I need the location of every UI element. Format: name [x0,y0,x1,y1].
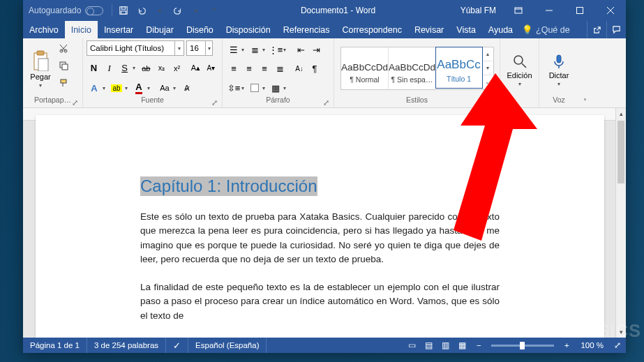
tab-dibujar[interactable]: Dibujar [140,21,180,38]
tab-insertar[interactable]: Insertar [98,21,140,38]
document-page[interactable]: Capítulo 1: Introducción Este es sólo un… [36,115,604,338]
undo-dropdown[interactable]: ▾ [151,1,168,20]
paste-button[interactable]: Pegar ▾ [27,40,54,96]
highlight-button[interactable]: ab [109,80,124,96]
chevron-down-icon[interactable]: ▾ [174,41,184,55]
copy-button[interactable] [56,58,71,73]
align-center-button[interactable]: ≡ [241,61,257,77]
show-marks-button[interactable]: ¶ [307,61,322,77]
dictate-button[interactable]: Dictar ▾ [543,40,575,96]
svg-rect-19 [557,55,561,63]
tab-archivo[interactable]: Archivo [23,21,65,38]
gallery-up-button[interactable]: ▴ [482,47,493,61]
gallery-more-button[interactable]: ⌄ [482,75,493,89]
tab-disposicion[interactable]: Disposición [220,21,277,38]
style-preview: AaBbCc [437,52,480,72]
subscript-button[interactable]: x₂ [154,61,169,76]
format-painter-button[interactable] [56,75,71,91]
line-spacing-button[interactable]: ⇳≡ [226,80,241,96]
clear-formatting-button[interactable]: A̷ [179,80,195,96]
scroll-up-button[interactable]: ▴ [616,108,626,119]
strikethrough-button[interactable]: ab [139,61,153,76]
qat-overflow[interactable]: ⁼ [206,1,223,20]
multilevel-button[interactable]: ⋮≡ [268,42,283,57]
redo-button[interactable] [170,1,186,20]
close-button[interactable] [595,0,626,21]
font-size-input[interactable] [187,41,205,55]
text-effects-button[interactable]: A [87,80,102,96]
heading-1[interactable]: Capítulo 1: Introducción [140,176,317,196]
font-color-button[interactable]: A [131,80,147,96]
grow-font-button[interactable]: A▴ [188,61,203,76]
comments-button[interactable] [606,21,626,38]
font-family-input[interactable] [87,41,174,55]
font-launcher[interactable]: ⤢ [210,98,218,107]
borders-button[interactable]: ▦ [268,80,283,96]
web-layout-button[interactable]: ▦ [454,338,470,353]
font-size-combo[interactable]: ▾ [186,40,213,56]
shading-button[interactable] [247,80,262,96]
spellcheck-button[interactable]: ✓ [166,338,188,353]
collapse-ribbon-button[interactable]: ˄ [583,97,587,106]
align-right-button[interactable]: ≡ [257,61,272,77]
sort-button[interactable]: A↓ [292,61,307,77]
tab-referencias[interactable]: Referencias [277,21,336,38]
maximize-button[interactable] [564,0,595,21]
paragraph-launcher[interactable]: ⤢ [322,98,330,107]
justify-button[interactable]: ≣ [272,61,287,77]
underline-button[interactable]: S [117,61,132,76]
page-info[interactable]: Página 1 de 1 [23,338,87,353]
tell-me-search[interactable]: 💡 ¿Qué de [519,21,573,38]
superscript-button[interactable]: x² [170,61,184,76]
autosave-toggle[interactable]: Autoguardado [23,6,109,15]
font-family-combo[interactable]: ▾ [87,40,184,56]
qat-customize[interactable]: ▾ [188,1,204,20]
chevron-down-icon[interactable]: ▾ [205,41,212,55]
undo-button[interactable] [133,1,150,20]
print-layout-button[interactable]: ▥ [437,338,454,353]
style-titulo-1[interactable]: AaBbCc Título 1 [435,47,483,89]
body-paragraph[interactable]: Este es sólo un texto de prueba para Xat… [140,210,500,266]
scroll-thumb[interactable] [617,121,624,183]
tab-inicio[interactable]: Inicio [65,21,98,38]
zoom-slider[interactable] [491,345,554,347]
share-button[interactable] [587,21,606,38]
tab-diseno[interactable]: Diseño [180,21,220,38]
paste-label: Pegar [30,73,50,81]
zoom-level[interactable]: 100 % [575,341,609,349]
gallery-down-button[interactable]: ▾ [482,61,493,75]
language-button[interactable]: Español (España) [188,338,267,353]
italic-button[interactable]: I [102,61,117,76]
change-case-button[interactable]: Aa [157,80,172,96]
focus-mode-button[interactable]: ▭ [403,338,420,353]
vertical-scrollbar[interactable]: ▴ ▾ [615,108,626,338]
align-left-button[interactable]: ≡ [226,61,241,77]
numbering-button[interactable]: ≣ [247,42,262,57]
style-normal[interactable]: AaBbCcDd ¶ Normal [341,47,389,89]
group-editing: Edición ▾ [500,38,539,107]
styles-launcher[interactable]: ⤢ [488,98,496,107]
save-button[interactable] [115,1,132,20]
editing-button[interactable]: Edición ▾ [504,40,535,96]
clipboard-group-label: Portapap… [34,96,71,104]
quick-access-toolbar: ▾ ▾ ⁼ [115,1,223,20]
minimize-button[interactable] [534,0,564,21]
zoom-out-button[interactable]: − [470,338,487,353]
tab-vista[interactable]: Vista [450,21,482,38]
tab-correspondencia[interactable]: Correspondenc [336,21,407,38]
increase-indent-button[interactable]: ⇥ [308,42,324,57]
word-count[interactable]: 3 de 254 palabras [87,338,166,353]
read-mode-button[interactable]: ▤ [420,338,437,353]
user-name[interactable]: Yúbal FM [454,6,503,15]
body-paragraph[interactable]: La finalidad de este pequeño texto es la… [140,280,500,323]
bold-button[interactable]: N [87,61,101,76]
tab-revisar[interactable]: Revisar [408,21,450,38]
ribbon-display-button[interactable] [503,0,534,21]
shrink-font-button[interactable]: A▾ [204,61,218,76]
bullets-button[interactable]: ☰ [226,42,241,57]
style-sin-espaciado[interactable]: AaBbCcDd ¶ Sin espa… [389,47,436,89]
cut-button[interactable] [56,40,71,56]
tab-ayuda[interactable]: Ayuda [482,21,519,38]
clipboard-launcher[interactable]: ⤢ [70,98,79,107]
decrease-indent-button[interactable]: ⇤ [293,42,308,57]
